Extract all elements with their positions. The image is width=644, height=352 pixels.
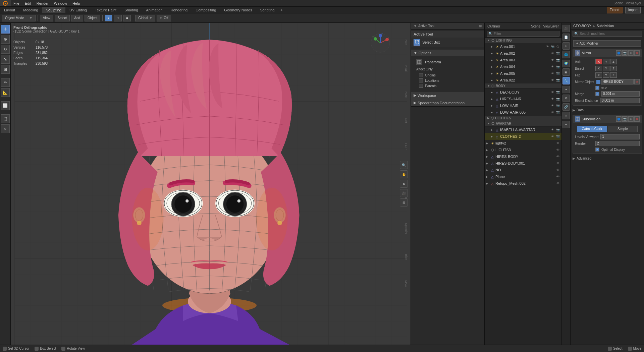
tool-select-circle[interactable]: ○: [1, 124, 10, 133]
modifier-data-header[interactable]: ▶ Data: [573, 108, 642, 112]
merge-checkbox[interactable]: ✓: [595, 92, 599, 96]
outliner-item-lights3[interactable]: ▶ ⬡ LIGHTS3 👁: [485, 146, 561, 153]
mirror-edit-btn[interactable]: ✏: [628, 50, 634, 56]
merge-value-field[interactable]: 0.001 m: [601, 91, 640, 97]
tab-animation[interactable]: Animation: [142, 7, 167, 13]
affect-option-parents[interactable]: Parents: [419, 83, 476, 89]
tool-add-cube[interactable]: ⬜: [1, 101, 10, 110]
axis-z-btn[interactable]: Z: [610, 59, 617, 64]
breadcrumb-geo-body[interactable]: GEO-BODY: [573, 24, 591, 28]
prop-tab-constraints[interactable]: 🔗: [562, 103, 570, 111]
outliner-item-area022[interactable]: ▶ ☀ Area.022 👁 📷: [485, 77, 561, 83]
options-header[interactable]: ▼ Options: [411, 50, 484, 56]
tab-scripting[interactable]: Scripting: [256, 7, 278, 13]
tab-geometry-nodes[interactable]: Geometry Nodes: [220, 7, 256, 13]
affect-option-locations[interactable]: Locations: [419, 78, 476, 83]
viewport-zoom-btn[interactable]: 🔍: [400, 161, 408, 169]
prop-tab-world[interactable]: 🌍: [562, 60, 570, 67]
menu-blender[interactable]: [0, 0, 11, 6]
outliner-item-no[interactable]: ▶ △ NO 👁: [485, 167, 561, 173]
flip-z-btn[interactable]: Z: [610, 72, 617, 78]
select-mode-face[interactable]: ■: [123, 15, 131, 21]
axis-y-btn[interactable]: Y: [603, 59, 609, 64]
subdiv-delete-btn[interactable]: ✕: [634, 116, 640, 122]
viewport-3d[interactable]: Front Orthographic (152) Scene Collectio…: [11, 23, 411, 345]
add-modifier-button[interactable]: + Add Modifier: [573, 40, 641, 47]
menu-help[interactable]: Help: [70, 0, 83, 6]
outliner-item-low-hair005[interactable]: ▶ △ LOW-HAIR.005 👁 📷: [485, 109, 561, 116]
outliner-item-hires-body001[interactable]: ▶ △ HIRES-BODY.001 👁: [485, 160, 561, 167]
outliner-item-clothes2[interactable]: ▶ △ CLOTHES-2 👁 📷: [485, 133, 561, 140]
viewport-rotate-btn[interactable]: ↻: [400, 180, 408, 188]
outliner-item-area001[interactable]: ▶ ☀ Area.001 👁 📷 ⬡: [485, 43, 561, 50]
tab-shading[interactable]: Shading: [120, 7, 142, 13]
toolbar-view[interactable]: View: [40, 15, 53, 21]
tool-scale[interactable]: ⤡: [1, 55, 10, 64]
tab-compositing[interactable]: Compositing: [192, 7, 220, 13]
vis-data-icon[interactable]: ⬡: [555, 44, 560, 49]
outliner-item-retopo-mesh[interactable]: ▶ △ Retopo_Mesh.002 👁: [485, 180, 561, 187]
tool-transform[interactable]: ⊞: [1, 65, 10, 74]
subdiv-render-field[interactable]: 2: [595, 141, 640, 146]
outliner-item-isabella[interactable]: ▶ △ ISABELLA-AVARTAR 👁 📷: [485, 126, 561, 133]
viewport-grid-btn[interactable]: ⊞: [400, 198, 408, 207]
workspace-header[interactable]: ▶ Workspace: [411, 92, 484, 99]
outliner-search-input[interactable]: [494, 32, 558, 36]
prop-tab-material[interactable]: ●: [562, 121, 570, 128]
mirror-delete-btn[interactable]: ✕: [634, 50, 640, 56]
select-box-row[interactable]: Select Box: [411, 38, 484, 47]
optimal-display-checkbox[interactable]: ✓: [595, 148, 599, 152]
subdiv-render-btn[interactable]: 📷: [622, 116, 628, 122]
affect-option-origins[interactable]: Origins: [419, 72, 476, 78]
mirror-object-clear[interactable]: ✕: [634, 79, 640, 84]
outliner-item-hires-body[interactable]: ▶ △ HIRES-BODY 👁: [485, 153, 561, 160]
flip-y-btn[interactable]: Y: [603, 72, 609, 78]
flip-x-btn[interactable]: X: [595, 72, 602, 78]
speedretopo-header[interactable]: ▶ Speedretopo Documentation: [411, 99, 484, 106]
outliner-item-dec-body[interactable]: ▶ △ DEC-BODY 👁 📷: [485, 89, 561, 96]
prop-tab-modifiers[interactable]: 🔧: [562, 77, 570, 84]
transform-orientation[interactable]: Global ▼: [135, 15, 155, 21]
origins-checkbox[interactable]: [419, 73, 423, 77]
toolbar-add[interactable]: Add: [71, 15, 83, 21]
tab-uv-editing[interactable]: UV Editing: [65, 7, 91, 13]
outliner-section-avartar[interactable]: ▼ ⬡ AVARTAR: [485, 121, 561, 126]
select-mode-vertex[interactable]: ●: [105, 15, 112, 21]
outliner-section-lighting[interactable]: ▼ ⬡ LIGHTING: [485, 38, 561, 43]
outliner-item-area003[interactable]: ▶ ☀ Area.003 👁 📷: [485, 57, 561, 63]
prop-tab-render[interactable]: 🎥: [562, 25, 570, 32]
prop-tab-object[interactable]: ▣: [562, 68, 570, 76]
axis-x-btn[interactable]: X: [595, 59, 602, 64]
clipping-checkbox[interactable]: ✓: [595, 86, 599, 90]
tab-texture-paint[interactable]: Texture Paint: [91, 7, 120, 13]
menu-file[interactable]: File: [11, 0, 22, 6]
menu-window[interactable]: Window: [51, 0, 70, 6]
add-workspace-tab[interactable]: +: [278, 8, 284, 12]
bisect-dist-field[interactable]: 0.001 m: [600, 98, 640, 103]
tool-cursor[interactable]: ✛: [1, 25, 10, 34]
tool-measure[interactable]: 📐: [1, 88, 10, 97]
subdiv-viewport-field[interactable]: 1: [600, 134, 640, 139]
parents-checkbox[interactable]: [419, 84, 423, 88]
outliner-item-hires-hair[interactable]: ▶ △ HIRES-HAIR 👁 📷: [485, 96, 561, 102]
proportional-editing[interactable]: ⊙ Off: [157, 15, 171, 21]
locations-checkbox[interactable]: [419, 78, 423, 82]
mirror-object-field[interactable]: HIRES-BODY: [601, 79, 634, 84]
outliner-item-area005[interactable]: ▶ ☀ Area.005 👁 📷: [485, 70, 561, 77]
subdiv-catmull-tab[interactable]: Catmull-Clark: [577, 126, 607, 132]
prop-tab-data[interactable]: △: [562, 112, 570, 119]
export-button[interactable]: Export: [607, 7, 623, 13]
viewport-pan-btn[interactable]: ✋: [400, 170, 408, 178]
tab-rendering[interactable]: Rendering: [166, 7, 192, 13]
menu-edit[interactable]: Edit: [22, 0, 34, 6]
tool-annotate[interactable]: ✏: [1, 78, 10, 87]
bisect-x-btn[interactable]: X: [595, 66, 602, 71]
mirror-realtime-btn[interactable]: 🔵: [616, 50, 622, 56]
vis-render-icon[interactable]: 📷: [550, 44, 555, 49]
subdiv-advanced-header[interactable]: ▶ Advanced: [573, 157, 642, 160]
subdiv-realtime-btn[interactable]: 🔵: [616, 116, 622, 122]
import-button[interactable]: Import: [625, 7, 641, 13]
menu-render[interactable]: Render: [34, 0, 51, 6]
tool-move[interactable]: ⊕: [1, 35, 10, 44]
prop-tab-view-layer[interactable]: ⊞: [562, 42, 570, 50]
